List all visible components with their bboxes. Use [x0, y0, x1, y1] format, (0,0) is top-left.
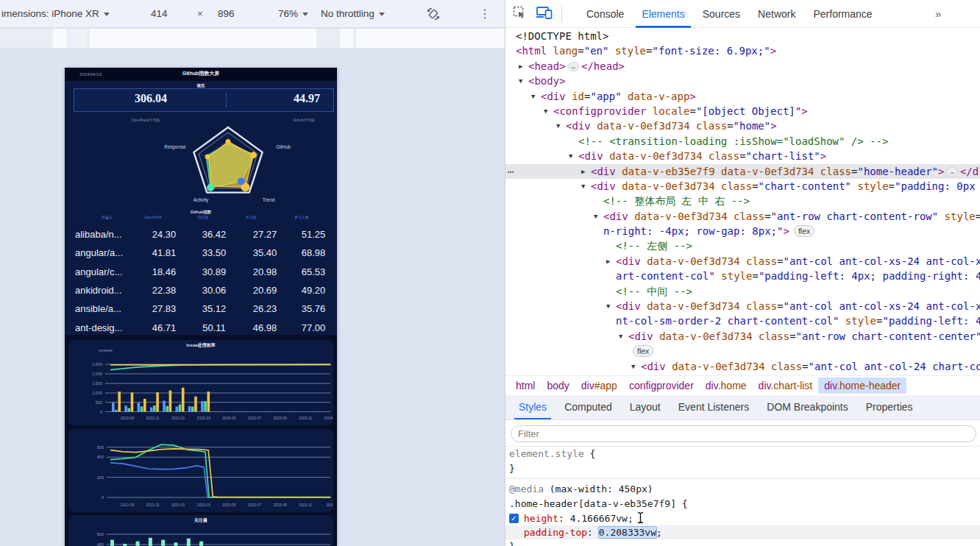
breadcrumb-item[interactable]: body: [541, 377, 575, 394]
tree-line[interactable]: ▼<div data-v-0ef3d734 class="chart-list"…: [505, 149, 980, 163]
devtools-tab-performance[interactable]: Performance: [804, 0, 881, 28]
styles-tab-properties[interactable]: Properties: [857, 395, 922, 419]
devtools-tab-elements[interactable]: Elements: [633, 0, 693, 28]
styles-rules: element.style { } @media (max-width: 450…: [505, 447, 980, 546]
breadcrumb-item[interactable]: div.home: [700, 377, 753, 394]
zoom-select[interactable]: 76%: [278, 0, 308, 28]
tree-line[interactable]: <!-- <transition-loading :isShow="loadSh…: [505, 134, 980, 149]
tree-line[interactable]: ▼<div data-v-0ef3d734 class="ant-row cha…: [505, 209, 980, 224]
flex-badge[interactable]: flex: [794, 225, 814, 237]
styles-tab-computed[interactable]: Computed: [555, 395, 621, 419]
pr-trend-chart: 50040020002022-092022-112023-012023-0320…: [68, 429, 333, 512]
breadcrumb-item[interactable]: html: [510, 377, 541, 394]
tree-line[interactable]: ⋯▶<div data-v-eb35e7f9 data-v-0ef3d734 c…: [505, 164, 980, 179]
tree-line[interactable]: ▼<configprovider locale="[object Object]…: [505, 104, 980, 118]
svg-text:2,500: 2,500: [92, 362, 102, 366]
expand-arrow-icon[interactable]: ▼: [581, 179, 585, 194]
throttling-select[interactable]: No throttling: [321, 0, 385, 28]
expand-arrow-icon[interactable]: ▼: [631, 359, 635, 374]
code-segment: class: [715, 180, 753, 192]
expand-arrow-icon[interactable]: ▼: [531, 89, 535, 104]
expand-arrow-icon[interactable]: ▼: [594, 209, 597, 224]
breadcrumb-item[interactable]: configprovider: [623, 377, 700, 394]
code-segment: nt-col-sm-order-2 chart-content-col": [616, 315, 839, 327]
code-segment: class: [728, 210, 765, 222]
tree-line[interactable]: <!-- 整体布局 左 中 右 -->: [505, 194, 980, 208]
element-style-rule[interactable]: element.style {: [505, 447, 980, 461]
expand-arrow-icon[interactable]: ▼: [544, 104, 547, 118]
devtools-tab-sources[interactable]: Sources: [694, 0, 749, 28]
openrank-average-value: 306.04: [135, 92, 167, 105]
expand-arrow-icon[interactable]: ▼: [519, 74, 522, 88]
text-cursor-pointer: [636, 511, 645, 524]
expand-arrow-icon[interactable]: ▼: [569, 149, 572, 163]
device-type-select[interactable]: imensions: iPhone XR: [1, 0, 110, 28]
devtools-tab-console[interactable]: Console: [578, 0, 633, 28]
tree-line[interactable]: ▼<div id="app" data-v-app>: [505, 89, 980, 104]
property-value[interactable]: 4.166667vw;: [570, 513, 633, 524]
expand-arrow-icon[interactable]: ▶: [581, 164, 585, 179]
device-toolbar-toggle-icon[interactable]: [536, 6, 553, 22]
device-height-field[interactable]: 896: [218, 0, 235, 28]
line-options-icon[interactable]: ⋯: [508, 164, 513, 179]
more-tabs-icon[interactable]: »: [935, 0, 941, 28]
tree-line[interactable]: ▼<div data-v-0ef3d734 class="chart-conte…: [505, 179, 980, 194]
more-options-icon[interactable]: ⋮: [479, 0, 491, 28]
code-segment: "ant-col ant-col-24 chart-co: [809, 361, 980, 372]
expand-arrow-icon[interactable]: ▼: [619, 329, 622, 344]
tree-line[interactable]: <!DOCTYPE html>: [505, 29, 980, 43]
collapsed-content-icon[interactable]: …: [946, 167, 957, 177]
tree-line[interactable]: <html lang="en" style="font-size: 6.9px;…: [505, 43, 980, 58]
styles-filter-bar: [505, 420, 980, 447]
tree-line[interactable]: <!-- 左侧 -->: [505, 238, 980, 253]
rule-selector[interactable]: .home-header[data-v-eb35e7f9] {: [505, 497, 980, 511]
rotate-icon[interactable]: [425, 6, 441, 22]
expand-arrow-icon[interactable]: ▶: [606, 254, 610, 269]
breadcrumb-item[interactable]: div.chart-list: [753, 377, 819, 394]
property-value[interactable]: 0.208333vw: [599, 527, 656, 538]
css-property-row[interactable]: ✓height: 4.166667vw;: [505, 511, 980, 525]
styles-filter-input[interactable]: [511, 425, 976, 442]
tree-line[interactable]: ▼<div data-v-0ef3d734 class="ant-col ant…: [505, 299, 980, 313]
tree-line[interactable]: n-right: -4px; row-gap: 8px;">flex: [505, 224, 980, 238]
tree-line[interactable]: ▶<div data-v-0ef3d734 class="ant-col ant…: [505, 254, 980, 269]
tree-line[interactable]: art-content-col" style="padding-left: 4p…: [505, 269, 980, 283]
code-segment: <div: [616, 255, 641, 267]
code-segment: <div: [591, 166, 616, 177]
breadcrumb-item[interactable]: div#app: [575, 377, 623, 394]
tree-line[interactable]: ▼<body>: [505, 74, 980, 88]
code-segment: <div: [591, 180, 616, 192]
tree-line[interactable]: ▼<div data-v-0ef3d734 class="ant-row cha…: [505, 329, 980, 344]
code-segment: class: [753, 330, 790, 342]
tree-line[interactable]: flex: [505, 344, 980, 358]
styles-tab-styles[interactable]: Styles: [510, 395, 555, 419]
collapsed-content-icon[interactable]: …: [568, 62, 579, 71]
media-query-bar[interactable]: [0, 29, 505, 48]
tree-line[interactable]: ▼<div data-v-0ef3d734 class="ant-col ant…: [505, 359, 980, 374]
code-segment: <head>: [528, 60, 566, 72]
expand-arrow-icon[interactable]: ▼: [556, 118, 560, 133]
tree-line[interactable]: nt-col-sm-order-2 chart-content-col" sty…: [505, 313, 980, 328]
code-segment: data-v-0ef3d734: [603, 150, 703, 162]
devtools-tab-network[interactable]: Network: [749, 0, 804, 28]
inspect-element-icon[interactable]: [513, 6, 526, 22]
chevron-down-icon: [302, 13, 308, 16]
code-segment: =: [777, 300, 783, 312]
styles-tab-layout[interactable]: Layout: [621, 395, 670, 419]
styles-tab-event-listeners[interactable]: Event Listeners: [670, 395, 759, 419]
flex-badge[interactable]: flex: [633, 345, 653, 357]
property-checkbox[interactable]: ✓: [509, 514, 519, 523]
breadcrumb-item[interactable]: div.home-header: [818, 377, 906, 394]
device-width-field[interactable]: 414: [151, 0, 168, 28]
code-segment: "padding-left: 4px; padding-right: 4: [759, 270, 980, 282]
expand-arrow-icon[interactable]: ▶: [519, 59, 522, 74]
tree-line[interactable]: ▶<head>…</head>: [505, 59, 980, 74]
tree-line[interactable]: ▼<div data-v-0ef3d734 class="home">: [505, 118, 980, 133]
expand-arrow-icon[interactable]: ▼: [606, 299, 610, 313]
styles-tab-dom-breakpoints[interactable]: DOM Breakpoints: [758, 395, 856, 419]
tree-line[interactable]: <!-- 中间 -->: [505, 284, 980, 299]
svg-text:2022-11: 2022-11: [146, 503, 160, 507]
css-property-row[interactable]: padding-top: 0.208333vw;: [505, 525, 980, 539]
code-segment: "home": [734, 120, 771, 132]
svg-text:2024-01: 2024-01: [324, 416, 333, 420]
